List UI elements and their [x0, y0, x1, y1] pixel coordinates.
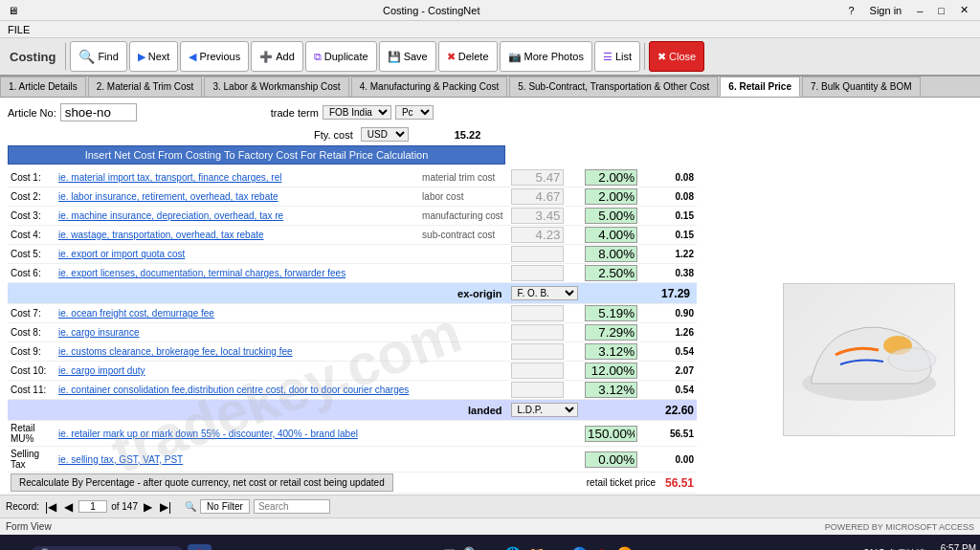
tab-labor-workmanship[interactable]: 3. Labor & Workmanship Cost: [204, 77, 348, 97]
fob-select[interactable]: F. O. B.: [511, 286, 578, 300]
cost8-val: 1.26: [658, 323, 697, 342]
duplicate-button[interactable]: ⧉ Duplicate: [305, 41, 377, 72]
cost9-num[interactable]: [511, 343, 564, 360]
cost10-label: Cost 10:: [8, 362, 56, 381]
previous-button[interactable]: ◀ Previous: [180, 41, 249, 72]
menu-file[interactable]: FILE: [4, 24, 33, 35]
maximize-button[interactable]: □: [934, 4, 948, 16]
minimize-button[interactable]: –: [913, 4, 926, 16]
cost4-pct[interactable]: [585, 227, 637, 243]
cost10-desc[interactable]: ie. cargo import duty: [58, 365, 145, 376]
table-row: Cost 8: ie. cargo insurance 1.26: [8, 323, 697, 342]
chrome-icon: 🔵: [571, 546, 588, 550]
cost9-desc[interactable]: ie. customs clearance, brokerage fee, lo…: [58, 346, 293, 357]
cost7-num[interactable]: [511, 305, 564, 321]
close-button[interactable]: ✕: [956, 4, 972, 16]
cost8-pct[interactable]: [585, 324, 637, 341]
record-first-button[interactable]: |◀: [43, 500, 58, 514]
cost2-num[interactable]: [511, 188, 564, 205]
trade-term-select[interactable]: FOB India: [323, 105, 391, 120]
cost6-num[interactable]: [511, 265, 564, 281]
access-taskbar-icon: A: [595, 544, 608, 550]
cost9-pct[interactable]: [585, 343, 637, 360]
trade-term-label: trade term: [271, 107, 319, 119]
cost11-desc[interactable]: ie. container consolidation fee,distribu…: [58, 385, 409, 395]
tab-bar: 1. Article Details 2. Material & Trim Co…: [0, 77, 980, 98]
toolbar: Costing 🔍 Find ▶ Next ◀ Previous ➕ Add ⧉…: [0, 38, 980, 77]
cost4-desc[interactable]: ie. wastage, transportation, overhead, t…: [58, 230, 264, 240]
cost5-desc[interactable]: ie. export or import quota cost: [58, 249, 185, 259]
cost11-val: 0.54: [658, 381, 697, 400]
retail-mu-pct[interactable]: [585, 426, 637, 442]
delete-button[interactable]: ✖ Delete: [438, 41, 498, 72]
table-row: Cost 2: ie. labor insurance, retirement,…: [8, 187, 697, 207]
close-toolbar-button[interactable]: ✖ Close: [649, 41, 704, 72]
sign-in-button[interactable]: Sign in: [866, 4, 906, 16]
cost3-desc[interactable]: ie. machine insurance, depreciation, ove…: [58, 210, 283, 221]
more-photos-button[interactable]: 📷 More Photos: [500, 41, 592, 72]
cost6-pct[interactable]: [585, 265, 637, 281]
cost2-desc[interactable]: ie. labor insurance, retirement, overhea…: [58, 191, 278, 202]
selling-tax-desc[interactable]: ie. selling tax, GST, VAT, PST: [58, 454, 183, 465]
cost8-desc[interactable]: ie. cargo insurance: [58, 327, 140, 338]
cost11-num[interactable]: [511, 382, 564, 398]
tab-bulk-quantity[interactable]: 7. Bulk Quantity & BOM: [802, 77, 921, 97]
find-button[interactable]: 🔍 Find: [70, 41, 126, 72]
taskbar-app-access[interactable]: A: [188, 544, 212, 550]
currency-select[interactable]: USD: [361, 127, 409, 142]
no-filter-button[interactable]: No Filter: [200, 499, 250, 514]
tab-material-trim[interactable]: 2. Material & Trim Cost: [88, 77, 203, 97]
cost2-type: labor cost: [419, 187, 507, 207]
pc-select[interactable]: Pc: [395, 105, 434, 120]
record-last-button[interactable]: ▶|: [158, 500, 173, 514]
cost3-type: manufacturing cost: [419, 207, 507, 226]
start-button[interactable]: ⊞: [4, 544, 27, 550]
tab-subcontract[interactable]: 5. Sub-Contract, Transportation & Other …: [509, 77, 718, 97]
cost11-pct[interactable]: [585, 382, 637, 398]
recalculate-button[interactable]: Recalculate By Percentage - after quote …: [11, 473, 393, 492]
cost6-val: 0.38: [658, 264, 697, 283]
retail-ticket-label: retail ticket price: [587, 477, 656, 488]
cost2-pct[interactable]: [585, 188, 637, 205]
cost4-num[interactable]: [511, 227, 564, 243]
cost3-pct[interactable]: [585, 208, 637, 224]
taskbar-time: 6:57 PM 6/28/2024: [934, 543, 977, 550]
cost10-pct[interactable]: [585, 363, 637, 379]
add-button[interactable]: ➕ Add: [251, 41, 303, 72]
selling-tax-pct[interactable]: [585, 451, 637, 468]
search-input[interactable]: [254, 499, 330, 514]
tab-retail-price[interactable]: 6. Retail Price: [720, 77, 800, 97]
cost1-pct[interactable]: [585, 169, 637, 186]
cost3-num[interactable]: [511, 208, 564, 224]
cost5-pct[interactable]: [585, 246, 637, 262]
cost9-val: 0.54: [658, 342, 697, 362]
cost7-pct[interactable]: [585, 305, 637, 321]
taskbar-right: 31°C 多雲時晴 6:57 PM 6/28/2024: [863, 543, 976, 550]
cost2-val: 0.08: [658, 187, 697, 207]
article-no-input[interactable]: [60, 103, 137, 121]
cost5-num[interactable]: [511, 246, 564, 262]
cost8-label: Cost 8:: [8, 323, 56, 342]
help-button[interactable]: ?: [844, 4, 858, 16]
cost7-desc[interactable]: ie. ocean freight cost, demurrage fee: [58, 308, 214, 319]
record-current-input[interactable]: [78, 500, 107, 513]
cost1-num[interactable]: [511, 169, 564, 186]
folder-icon: 📁: [528, 546, 545, 550]
cost10-val: 2.07: [658, 362, 697, 381]
table-row: Cost 6: ie. export licenses, documentati…: [8, 264, 697, 283]
record-prev-button[interactable]: ◀: [62, 500, 75, 514]
cost6-desc[interactable]: ie. export licenses, documentation, term…: [58, 268, 345, 278]
retail-mu-desc[interactable]: ie. retailer mark up or mark down 55% - …: [58, 429, 358, 439]
tab-article-details[interactable]: 1. Article Details: [0, 77, 86, 97]
tab-manufacturing[interactable]: 4. Manufacturing & Packing Cost: [351, 77, 508, 97]
cost10-num[interactable]: [511, 363, 564, 379]
cost1-desc[interactable]: ie. material import tax, transport, fina…: [58, 172, 281, 183]
next-button[interactable]: ▶ Next: [129, 41, 179, 72]
cost1-label: Cost 1:: [8, 168, 56, 187]
record-next-button[interactable]: ▶: [142, 500, 154, 514]
landed-type-select[interactable]: L.D.P.: [511, 403, 578, 417]
table-row: Cost 1: ie. material import tax, transpo…: [8, 168, 697, 187]
list-button[interactable]: ☰ List: [594, 41, 640, 72]
cost8-num[interactable]: [511, 324, 564, 341]
save-button[interactable]: 💾 Save: [379, 41, 436, 72]
